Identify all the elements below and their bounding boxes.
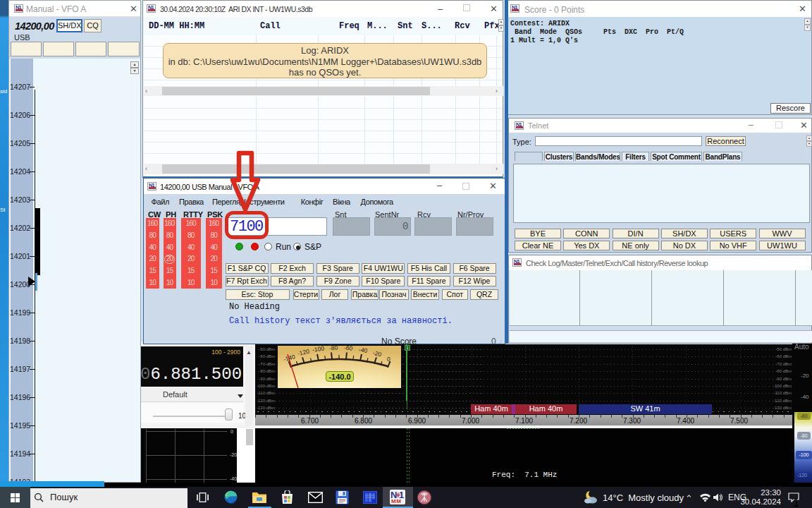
svg-text:-40: -40 — [358, 346, 368, 354]
svg-text:-80: -80 — [329, 346, 338, 351]
svg-text:-20: -20 — [372, 349, 382, 358]
svg-text:-120: -120 — [297, 348, 310, 358]
svg-text:-140: -140 — [283, 353, 296, 363]
svg-text:-100: -100 — [312, 346, 325, 353]
svg-text:-60: -60 — [344, 346, 353, 352]
